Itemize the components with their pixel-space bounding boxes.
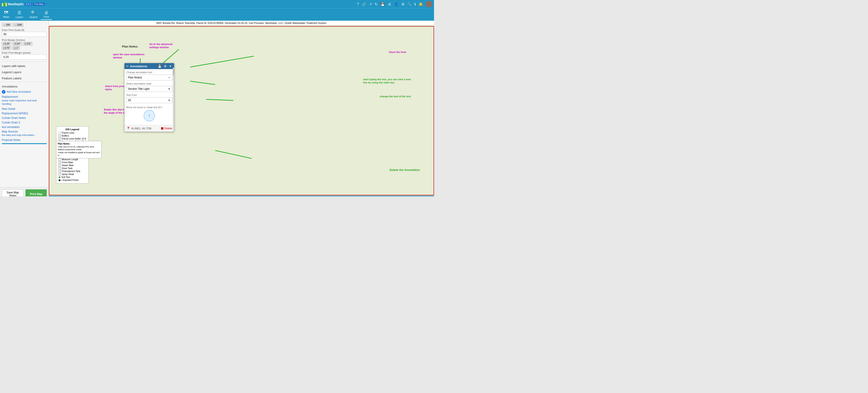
print-scale-input[interactable] — [2, 32, 47, 37]
change-text-label: Change annotation text — [126, 71, 172, 73]
notifications-icon[interactable]: 🔔 — [418, 2, 423, 6]
save-icon[interactable]: 💾 — [380, 2, 385, 6]
legend-buffers: Buffers — [59, 134, 86, 137]
share-icon[interactable]: ↗ — [369, 2, 372, 6]
callout-delete-annotation: Delete the Annotation — [390, 168, 420, 172]
margin-015-btn[interactable]: | 0.15" — [2, 42, 11, 46]
annotation-npdes-link[interactable]: Replacement NPDES — [2, 112, 28, 115]
font-select-arrow: ▼ — [166, 99, 172, 102]
annotation-npdes[interactable]: Replacement NPDES — [0, 111, 49, 116]
plugins-icon[interactable]: ⚙ — [401, 2, 404, 6]
annotations-panel-header: ✏ Annotations 💾 ⚙ ✕ — [125, 63, 174, 69]
annotation-replacement[interactable]: Replacementsewer main inspection and tan… — [0, 95, 49, 107]
sidebar-content: ↔ 50ft ↔ 100ft Enter Print Scale (ft) Pr… — [0, 21, 49, 187]
svg-line-5 — [206, 99, 234, 100]
link-icon[interactable]: 🔗 — [362, 2, 366, 6]
annotation-new-install-link[interactable]: New Install — [2, 107, 15, 111]
top-toolbar: NewSeptic 2.5.2 First Map ? 🔗 ↗ ↻ 💾 🖨 👤 … — [0, 0, 434, 8]
annotation-proposal[interactable]: Proposal Notes — [0, 138, 49, 142]
add-annotation-btn[interactable]: + Add New Annotation — [0, 89, 49, 95]
plus-icon: + — [2, 90, 5, 94]
panel-scrollbar[interactable] — [173, 68, 174, 131]
annotation-text-input[interactable] — [127, 75, 166, 80]
legend-box-spray — [59, 173, 61, 176]
feature-labels-category[interactable]: Feature Labels — [0, 75, 49, 81]
avatar[interactable] — [426, 1, 432, 7]
scale-100ft-icon: ↔ — [14, 24, 17, 26]
margin-1-btn[interactable]: | | 1" — [12, 46, 20, 50]
annotation-curtain-notes-link[interactable]: Curtain Drain Notes — [2, 116, 26, 120]
delete-annotation-btn[interactable]: Delete — [161, 127, 172, 130]
legend-box-dose — [59, 167, 61, 170]
nav-print[interactable]: 🖨 Print — [41, 9, 52, 20]
print-icon[interactable]: 🖨 — [388, 2, 391, 6]
legend-dot-imported — [59, 179, 60, 181]
annotations-panel-icon: ✏ — [126, 65, 129, 68]
map-notes-title: Plan Notes: — [58, 143, 100, 145]
margin-025-btn[interactable]: | 0.25" — [12, 42, 22, 46]
rotate-knob[interactable]: ↑ — [144, 110, 155, 121]
annotation-new-install[interactable]: New Install — [0, 107, 49, 111]
delete-square-icon — [161, 127, 163, 129]
plan-notes-map-label: Plan Notes: — [122, 45, 138, 48]
pixel-margin-label: Enter Print Margin (pixels) — [0, 51, 49, 55]
annotation-curtain-drain-2-link[interactable]: Curtain Drain 2 — [2, 121, 20, 124]
logo-icon — [2, 2, 7, 6]
legend-box-parcel — [59, 132, 61, 134]
map-background[interactable]: Plan Notes: GIS Legend Parcel Lines Buff… — [49, 26, 434, 195]
font-select-row: 20 ▼ — [126, 97, 172, 103]
nav-search[interactable]: 🔍 Search — [26, 9, 41, 20]
tools-icon[interactable]: 🔧 — [407, 2, 412, 6]
pixel-margin-input[interactable] — [2, 55, 47, 60]
info-icon[interactable]: ℹ — [414, 2, 416, 6]
legend-box-buffer10 — [59, 138, 61, 140]
scale-100ft-btn[interactable]: ↔ 100ft — [12, 23, 23, 27]
callout-close-form: Close the form — [389, 51, 406, 54]
legend-box-pretreatment — [59, 170, 61, 173]
app-name: NewSeptic — [8, 2, 24, 6]
annotation-map-sources[interactable]: Map Sourcesthe data and map information — [0, 129, 49, 138]
panel-settings-btn[interactable]: ⚙ — [163, 64, 167, 68]
annotation-curtain-notes[interactable]: Curtain Drain Notes — [0, 116, 49, 120]
legend-layers-category[interactable]: Legend Layers — [0, 69, 49, 75]
annotation-test-link[interactable]: test annotation — [2, 125, 20, 129]
map-notes-box: Plan Notes: +Site visit 10-23-24, collec… — [56, 141, 101, 158]
style-select[interactable]: Section Title Light — [127, 86, 166, 92]
panel-save-btn[interactable]: 💾 — [157, 64, 162, 68]
scale-50ft-btn[interactable]: ↔ 50ft — [2, 23, 11, 27]
layers-icon: ☰ — [18, 10, 21, 15]
nav-maps[interactable]: 🗺 Maps — [0, 9, 12, 20]
panel-close-btn[interactable]: ✕ — [168, 64, 172, 68]
margin-075-btn[interactable]: | 0.75" — [2, 46, 11, 50]
annotation-map-sources-link[interactable]: Map Sourcesthe data and map information — [2, 130, 34, 137]
callout-arrows-svg — [49, 27, 434, 195]
annotation-clear-btn[interactable]: ✕ — [166, 76, 172, 79]
font-select[interactable]: 20 — [127, 97, 166, 103]
callout-save-annotations: open the save annotationswindow — [113, 53, 145, 59]
margin-05-btn[interactable]: | | 0.5" — [23, 42, 32, 46]
callout-start-typing: start typing the text, you can start a n… — [363, 78, 411, 84]
layers-with-labels-category[interactable]: Layers with labels — [0, 62, 49, 69]
annotation-proposal-link[interactable]: Proposal Notes — [2, 139, 21, 142]
refresh-icon[interactable]: ↻ — [375, 2, 378, 6]
legend-box-buffers — [59, 135, 61, 137]
map-container[interactable]: 6697 Boneta Rd, Sharon Township, Parcel … — [49, 21, 434, 196]
panel-scroll-thumb — [173, 69, 174, 75]
print-nav-icon: 🖨 — [44, 10, 49, 15]
annotation-curtain-drain-2[interactable]: Curtain Drain 2 — [0, 120, 49, 125]
font-label: Text Font — [126, 94, 172, 96]
panel-body: Change annotation text ✕ Select annotati… — [125, 69, 174, 125]
annotation-replacement-link[interactable]: Replacementsewer main inspection and tan… — [2, 95, 37, 105]
user-icon[interactable]: 👤 — [394, 2, 399, 6]
rotate-section: Move the knob to rotate text (0°) ↑ — [126, 105, 172, 123]
annotation-test[interactable]: test annotation — [0, 125, 49, 129]
save-map-styles-btn[interactable]: Save Map Styles — [2, 189, 24, 196]
annotations-category[interactable]: Annotations — [0, 83, 49, 89]
print-map-btn[interactable]: Print Map — [26, 189, 47, 196]
nav-layers[interactable]: ☰ Layers — [12, 9, 26, 20]
layout: ↔ 50ft ↔ 100ft Enter Print Scale (ft) Pr… — [0, 21, 434, 196]
help-icon[interactable]: ? — [357, 2, 359, 6]
legend-parcel-lines: Parcel Lines — [59, 131, 86, 134]
legend-title: GIS Legend — [59, 128, 86, 131]
margin-row-1: | 0.15" | 0.25" | | 0.5" — [0, 42, 49, 46]
